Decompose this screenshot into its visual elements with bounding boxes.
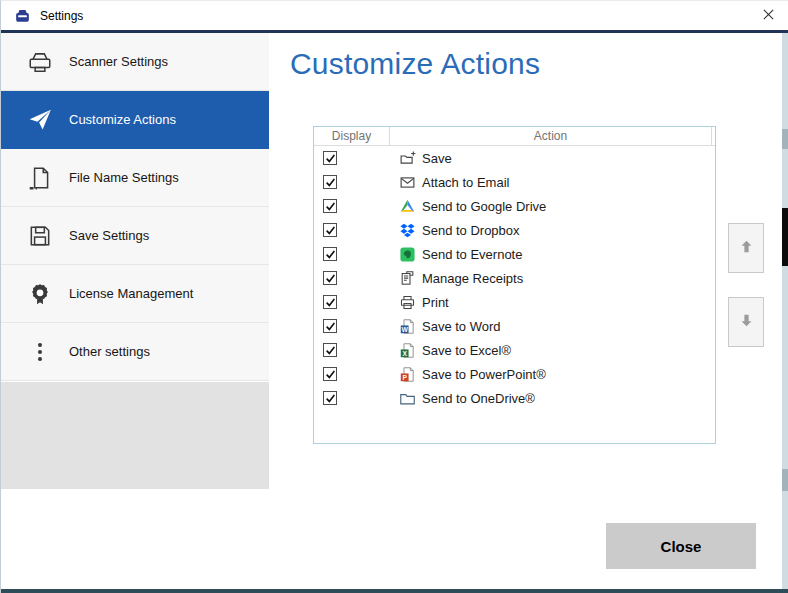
display-cell	[314, 223, 390, 237]
table-header: Display Action	[314, 127, 715, 146]
sidebar-item-label: File Name Settings	[69, 170, 179, 185]
right-scrollbar[interactable]	[782, 33, 788, 590]
table-row[interactable]: Send to Dropbox	[314, 218, 715, 242]
display-checkbox[interactable]	[323, 343, 337, 357]
google-drive-icon	[399, 198, 416, 215]
sidebar-item-scanner-settings[interactable]: Scanner Settings	[1, 33, 269, 91]
action-label: Save to PowerPoint®	[422, 367, 546, 382]
close-button[interactable]: Close	[606, 523, 756, 569]
display-cell	[314, 247, 390, 261]
display-cell	[314, 271, 390, 285]
actions-table: Display Action Save Attach to Email Send…	[313, 126, 716, 444]
display-checkbox[interactable]	[323, 295, 337, 309]
print-icon	[399, 294, 416, 311]
display-cell	[314, 367, 390, 381]
display-checkbox[interactable]	[323, 367, 337, 381]
save-folder-icon	[399, 150, 416, 167]
close-icon	[762, 8, 775, 24]
scrollbar-thumb[interactable]	[782, 208, 788, 266]
table-row[interactable]: Print	[314, 290, 715, 314]
sidebar-item-save-settings[interactable]: Save Settings	[1, 207, 269, 265]
table-row[interactable]: Attach to Email	[314, 170, 715, 194]
display-checkbox[interactable]	[323, 391, 337, 405]
svg-text:W: W	[401, 325, 408, 332]
display-cell	[314, 391, 390, 405]
page-title: Customize Actions	[290, 47, 540, 81]
move-down-button[interactable]	[728, 297, 764, 347]
action-label: Save	[422, 151, 452, 166]
sidebar-item-label: Customize Actions	[69, 112, 176, 127]
table-row[interactable]: Send to Google Drive	[314, 194, 715, 218]
display-checkbox[interactable]	[323, 247, 337, 261]
paper-plane-icon	[27, 107, 53, 133]
svg-text:X: X	[402, 349, 407, 356]
display-checkbox[interactable]	[323, 223, 337, 237]
receipts-icon	[399, 270, 416, 287]
email-icon	[399, 174, 416, 191]
floppy-disk-icon	[27, 223, 53, 249]
display-checkbox[interactable]	[323, 271, 337, 285]
award-ribbon-icon	[27, 281, 53, 307]
action-label: Send to Dropbox	[422, 223, 520, 238]
action-label: Manage Receipts	[422, 271, 523, 286]
table-row[interactable]: P Save to PowerPoint®	[314, 362, 715, 386]
display-cell	[314, 295, 390, 309]
sidebar-item-label: Other settings	[69, 344, 150, 359]
action-label: Send to Evernote	[422, 247, 522, 262]
scanner-app-icon	[14, 8, 31, 24]
column-header-action: Action	[390, 127, 712, 145]
file-name-settings-icon	[27, 165, 53, 191]
arrow-up-icon	[738, 238, 755, 258]
table-row[interactable]: W Save to Word	[314, 314, 715, 338]
sidebar-item-file-name-settings[interactable]: File Name Settings	[1, 149, 269, 207]
display-checkbox[interactable]	[323, 199, 337, 213]
sidebar-item-label: Scanner Settings	[69, 54, 168, 69]
display-cell	[314, 151, 390, 165]
display-checkbox[interactable]	[323, 151, 337, 165]
sidebar-item-other-settings[interactable]: Other settings	[1, 323, 269, 381]
kebab-menu-icon	[27, 339, 53, 365]
table-row[interactable]: X Save to Excel®	[314, 338, 715, 362]
onedrive-icon	[399, 390, 416, 407]
action-label: Send to Google Drive	[422, 199, 546, 214]
word-icon: W	[399, 318, 416, 335]
svg-text:P: P	[402, 373, 407, 380]
evernote-icon	[399, 246, 416, 263]
excel-icon: X	[399, 342, 416, 359]
dropbox-icon	[399, 222, 416, 239]
display-cell	[314, 343, 390, 357]
titlebar: Settings	[1, 1, 788, 30]
display-checkbox[interactable]	[323, 319, 337, 333]
sidebar-item-customize-actions[interactable]: Customize Actions	[1, 91, 269, 149]
sidebar-item-label: Save Settings	[69, 228, 149, 243]
display-cell	[314, 319, 390, 333]
display-checkbox[interactable]	[323, 175, 337, 189]
display-cell	[314, 199, 390, 213]
sidebar: Scanner Settings Customize Actions File …	[1, 33, 269, 495]
scanner-icon	[27, 49, 53, 75]
scrollbar-segment	[782, 129, 788, 149]
action-label: Attach to Email	[422, 175, 509, 190]
arrow-down-icon	[738, 312, 755, 332]
window-bottom-edge	[1, 589, 788, 593]
display-cell	[314, 175, 390, 189]
scrollbar-segment	[782, 469, 788, 491]
window-title: Settings	[40, 9, 83, 23]
action-label: Send to OneDrive®	[422, 391, 535, 406]
action-label: Save to Word	[422, 319, 501, 334]
sidebar-filler	[1, 382, 269, 489]
action-label: Save to Excel®	[422, 343, 511, 358]
move-up-button[interactable]	[728, 223, 764, 273]
action-label: Print	[422, 295, 449, 310]
table-row[interactable]: Save	[314, 146, 715, 170]
table-row[interactable]: Manage Receipts	[314, 266, 715, 290]
window-close-button[interactable]	[755, 4, 781, 28]
sidebar-item-label: License Management	[69, 286, 193, 301]
column-header-display: Display	[314, 127, 390, 145]
powerpoint-icon: P	[399, 366, 416, 383]
table-row[interactable]: Send to OneDrive®	[314, 386, 715, 410]
settings-window: Settings Scanner Settings Customize Acti…	[0, 0, 788, 593]
table-row[interactable]: Send to Evernote	[314, 242, 715, 266]
sidebar-item-license-management[interactable]: License Management	[1, 265, 269, 323]
